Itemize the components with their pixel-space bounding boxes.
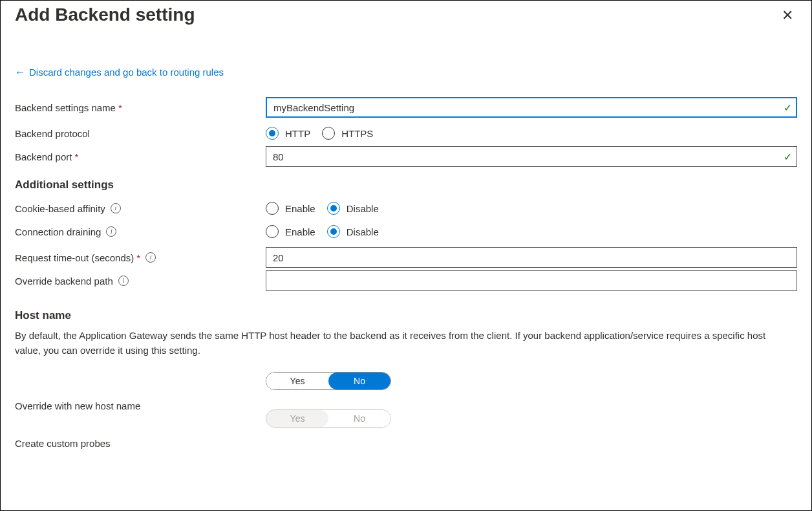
radio-drain-disable[interactable]: Disable (327, 225, 379, 238)
field-backend-settings-name: ✓ (266, 97, 797, 118)
radio-circle-icon (322, 127, 335, 140)
label-backend-protocol: Backend protocol (15, 128, 266, 139)
field-cookie-affinity: Enable Disable (266, 202, 797, 215)
toggle-create-custom-probes-inline: Yes No (266, 409, 391, 428)
toggle-custom-probes-no: No (328, 410, 390, 427)
radio-label: HTTP (285, 128, 310, 139)
row-override-host-name: Override with new host name Yes No Yes N… (15, 372, 797, 428)
label-override-host-name: Override with new host name (15, 372, 266, 411)
label-text: Override backend path (15, 276, 113, 287)
field-override-backend-path (266, 270, 797, 291)
radio-circle-icon (327, 225, 340, 238)
label-create-custom-probes: Create custom probes (15, 438, 266, 449)
backend-port-input[interactable] (266, 146, 797, 167)
row-backend-settings-name: Backend settings name * ✓ (15, 97, 797, 118)
label-text: Create custom probes (15, 438, 111, 449)
radio-cookie-disable[interactable]: Disable (327, 202, 379, 215)
discard-back-link[interactable]: ← Discard changes and go back to routing… (15, 67, 224, 78)
row-cookie-affinity: Cookie-based affinity i Enable Disable (15, 198, 797, 219)
override-backend-path-input[interactable] (266, 270, 797, 291)
label-text: Connection draining (15, 226, 101, 237)
section-host-name: Host name (15, 309, 797, 322)
radio-label: Enable (285, 203, 315, 214)
label-text: Cookie-based affinity (15, 203, 105, 214)
toggle-host-override-yes[interactable]: Yes (266, 373, 328, 389)
back-link-text: Discard changes and go back to routing r… (29, 67, 224, 78)
radio-http[interactable]: HTTP (266, 127, 310, 140)
input-wrap: ✓ (266, 146, 797, 167)
checkmark-icon: ✓ (784, 151, 792, 163)
section-additional-settings: Additional settings (15, 179, 797, 191)
info-icon[interactable]: i (145, 252, 156, 263)
arrow-left-icon: ← (15, 67, 25, 78)
radio-circle-icon (327, 202, 340, 215)
row-connection-draining: Connection draining i Enable Disable (15, 221, 797, 242)
close-button[interactable]: ✕ (778, 5, 797, 27)
close-icon: ✕ (782, 7, 793, 23)
toggle-custom-probes-yes: Yes (266, 410, 328, 427)
radio-circle-icon (266, 127, 279, 140)
checkmark-icon: ✓ (784, 102, 792, 114)
label-request-timeout: Request time-out (seconds) * i (15, 252, 266, 263)
info-icon[interactable]: i (118, 276, 129, 286)
label-backend-settings-name: Backend settings name * (15, 102, 266, 113)
add-backend-setting-panel: Add Backend setting ✕ ← Discard changes … (0, 0, 812, 511)
host-name-description: By default, the Application Gateway send… (15, 329, 778, 358)
toggle-host-override-no[interactable]: No (328, 373, 390, 389)
panel-header: Add Backend setting ✕ (15, 1, 797, 27)
info-icon[interactable]: i (106, 226, 116, 237)
label-connection-draining: Connection draining i (15, 226, 266, 237)
row-backend-port: Backend port * ✓ (15, 146, 797, 167)
field-connection-draining: Enable Disable (266, 225, 797, 238)
radio-https[interactable]: HTTPS (322, 127, 373, 140)
radio-group-cookie-affinity: Enable Disable (266, 202, 379, 215)
radio-circle-icon (266, 225, 279, 238)
radio-drain-enable[interactable]: Enable (266, 225, 315, 238)
info-icon[interactable]: i (111, 203, 121, 213)
radio-cookie-enable[interactable]: Enable (266, 202, 315, 215)
row-override-backend-path: Override backend path i (15, 270, 797, 291)
label-text: Request time-out (seconds) (15, 252, 134, 263)
required-asterisk: * (74, 151, 78, 162)
backend-settings-name-input[interactable] (266, 97, 797, 118)
radio-label: HTTPS (341, 128, 373, 139)
toggle-host-override: Yes No (266, 372, 391, 390)
label-text: Backend protocol (15, 128, 90, 139)
label-text: Override with new host name (15, 400, 140, 411)
field-backend-port: ✓ (266, 146, 797, 167)
input-wrap (266, 247, 797, 268)
radio-label: Enable (285, 226, 315, 237)
radio-circle-icon (266, 202, 279, 215)
field-request-timeout (266, 247, 797, 268)
required-asterisk: * (118, 102, 122, 113)
label-text: Backend settings name (15, 102, 116, 113)
request-timeout-input[interactable] (266, 247, 797, 268)
row-request-timeout: Request time-out (seconds) * i (15, 247, 797, 268)
input-wrap (266, 270, 797, 291)
input-wrap: ✓ (266, 97, 797, 118)
page-title: Add Backend setting (15, 5, 195, 25)
radio-group-connection-draining: Enable Disable (266, 225, 379, 238)
radio-group-protocol: HTTP HTTPS (266, 127, 373, 140)
field-override-host-name: Yes No Yes No (266, 372, 797, 428)
form: Backend settings name * ✓ Backend protoc… (15, 97, 797, 453)
label-backend-port: Backend port * (15, 151, 266, 162)
label-override-backend-path: Override backend path i (15, 276, 266, 287)
radio-label: Disable (347, 226, 379, 237)
label-cookie-affinity: Cookie-based affinity i (15, 203, 266, 214)
row-create-custom-probes: Create custom probes (15, 433, 797, 453)
label-text: Backend port (15, 151, 72, 162)
row-backend-protocol: Backend protocol HTTP HTTPS (15, 123, 797, 144)
required-asterisk: * (136, 252, 140, 263)
radio-label: Disable (347, 203, 379, 214)
field-backend-protocol: HTTP HTTPS (266, 127, 797, 140)
